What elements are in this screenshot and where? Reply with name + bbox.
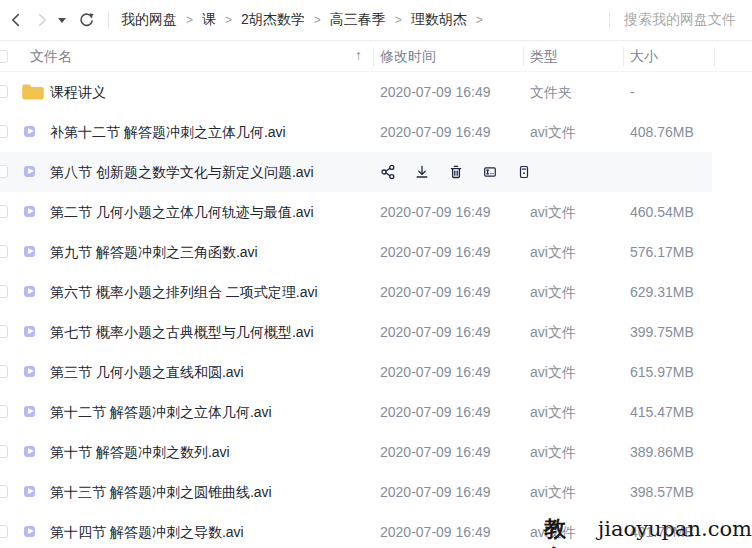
- file-type: avi文件: [530, 324, 576, 342]
- toolbar: 我的网盘>课>2胡杰数学>高三春季>理数胡杰> 搜索我的网盘文件: [0, 0, 752, 41]
- file-name[interactable]: 第九节 解答题冲刺之三角函数.avi: [50, 244, 258, 262]
- file-modified: 2020-07-09 16:49: [380, 484, 491, 500]
- delete-icon[interactable]: [448, 164, 464, 180]
- row-checkbox[interactable]: [0, 205, 8, 218]
- breadcrumb-item[interactable]: 2胡杰数学: [241, 11, 305, 29]
- file-size: 408.76MB: [630, 124, 694, 140]
- table-row[interactable]: 第八节 创新题之数学文化与新定义问题.avi: [0, 152, 712, 192]
- file-type: 文件夹: [530, 84, 572, 102]
- breadcrumb-item[interactable]: 我的网盘: [121, 11, 177, 29]
- watermark-domain: jiaoyupan.com: [598, 517, 752, 541]
- copy-icon[interactable]: [516, 164, 532, 180]
- refresh-icon[interactable]: [76, 10, 96, 30]
- file-name[interactable]: 补第十二节 解答题冲刺之立体几何.avi: [50, 124, 286, 142]
- row-checkbox[interactable]: [0, 525, 8, 538]
- file-list: 课程讲义2020-07-09 16:49文件夹-补第十二节 解答题冲刺之立体几何…: [0, 72, 752, 548]
- file-type: avi文件: [530, 244, 576, 262]
- file-size: 415.47MB: [630, 404, 694, 420]
- file-name[interactable]: 第十二节 解答题冲刺之立体几何.avi: [50, 404, 272, 422]
- breadcrumb: 我的网盘>课>2胡杰数学>高三春季>理数胡杰>: [121, 11, 492, 29]
- file-modified: 2020-07-09 16:49: [380, 244, 491, 260]
- file-type: avi文件: [530, 364, 576, 382]
- table-row[interactable]: 第七节 概率小题之古典概型与几何概型.avi2020-07-09 16:49av…: [0, 312, 712, 352]
- file-type: avi文件: [530, 204, 576, 222]
- file-size: 398.57MB: [630, 484, 694, 500]
- file-modified: 2020-07-09 16:49: [380, 124, 491, 140]
- folder-icon: [21, 82, 45, 106]
- file-name[interactable]: 第十四节 解答题冲刺之导数.avi: [50, 524, 244, 542]
- file-name[interactable]: 第三节 几何小题之直线和圆.avi: [50, 364, 244, 382]
- select-all-checkbox[interactable]: [0, 50, 8, 63]
- toolbar-divider: [108, 11, 109, 29]
- column-header-type[interactable]: 类型: [530, 48, 558, 66]
- file-name[interactable]: 第二节 几何小题之立体几何轨迹与最值.avi: [50, 204, 314, 222]
- file-name[interactable]: 第八节 创新题之数学文化与新定义问题.avi: [50, 164, 314, 182]
- breadcrumb-separator: >: [476, 13, 483, 27]
- table-header: 文件名 ↑ 修改时间 类型 大小: [0, 41, 752, 72]
- row-checkbox[interactable]: [0, 325, 8, 338]
- history-dropdown-icon[interactable]: [56, 10, 68, 30]
- breadcrumb-separator: >: [395, 13, 402, 27]
- row-checkbox[interactable]: [0, 365, 8, 378]
- file-size: 399.75MB: [630, 324, 694, 340]
- table-row[interactable]: 第十二节 解答题冲刺之立体几何.avi2020-07-09 16:49avi文件…: [0, 392, 712, 432]
- breadcrumb-item[interactable]: 理数胡杰: [411, 11, 467, 29]
- rename-icon[interactable]: [482, 164, 498, 180]
- file-modified: 2020-07-09 16:49: [380, 524, 491, 540]
- row-checkbox[interactable]: [0, 405, 8, 418]
- watermark: 教育盘 jiaoyupan.com: [544, 514, 752, 548]
- file-modified: 2020-07-09 16:49: [380, 364, 491, 380]
- watermark-brand: 教育盘: [544, 514, 589, 548]
- file-name[interactable]: 课程讲义: [50, 84, 106, 102]
- netdisk-window: 我的网盘>课>2胡杰数学>高三春季>理数胡杰> 搜索我的网盘文件 文件名 ↑ 修…: [0, 0, 752, 548]
- column-header-modified[interactable]: 修改时间: [380, 48, 436, 66]
- file-name[interactable]: 第十三节 解答题冲刺之圆锥曲线.avi: [50, 484, 272, 502]
- table-row[interactable]: 第三节 几何小题之直线和圆.avi2020-07-09 16:49avi文件61…: [0, 352, 712, 392]
- breadcrumb-separator: >: [225, 13, 232, 27]
- file-modified: 2020-07-09 16:49: [380, 324, 491, 340]
- file-size: 460.54MB: [630, 204, 694, 220]
- row-checkbox[interactable]: [0, 85, 8, 98]
- breadcrumb-item[interactable]: 高三春季: [330, 11, 386, 29]
- table-row[interactable]: 第六节 概率小题之排列组合 二项式定理.avi2020-07-09 16:49a…: [0, 272, 712, 312]
- forward-icon[interactable]: [32, 10, 52, 30]
- column-header-size[interactable]: 大小: [630, 48, 658, 66]
- file-modified: 2020-07-09 16:49: [380, 84, 491, 100]
- sort-ascending-icon[interactable]: ↑: [355, 47, 362, 63]
- file-size: 576.17MB: [630, 244, 694, 260]
- file-size: -: [630, 84, 635, 100]
- back-icon[interactable]: [6, 10, 26, 30]
- row-checkbox[interactable]: [0, 285, 8, 298]
- row-hover-actions: [380, 152, 550, 192]
- table-row[interactable]: 第九节 解答题冲刺之三角函数.avi2020-07-09 16:49avi文件5…: [0, 232, 712, 272]
- file-type: avi文件: [530, 124, 576, 142]
- table-row[interactable]: 第十节 解答题冲刺之数列.avi2020-07-09 16:49avi文件389…: [0, 432, 712, 472]
- row-checkbox[interactable]: [0, 485, 8, 498]
- row-checkbox[interactable]: [0, 445, 8, 458]
- file-modified: 2020-07-09 16:49: [380, 204, 491, 220]
- row-checkbox[interactable]: [0, 245, 8, 258]
- file-type: avi文件: [530, 444, 576, 462]
- table-row[interactable]: 第十三节 解答题冲刺之圆锥曲线.avi2020-07-09 16:49avi文件…: [0, 472, 712, 512]
- file-name[interactable]: 第六节 概率小题之排列组合 二项式定理.avi: [50, 284, 318, 302]
- breadcrumb-separator: >: [186, 13, 193, 27]
- breadcrumb-separator: >: [314, 13, 321, 27]
- table-row[interactable]: 第二节 几何小题之立体几何轨迹与最值.avi2020-07-09 16:49av…: [0, 192, 712, 232]
- breadcrumb-item[interactable]: 课: [202, 11, 216, 29]
- table-row[interactable]: 课程讲义2020-07-09 16:49文件夹-: [0, 72, 712, 112]
- file-modified: 2020-07-09 16:49: [380, 444, 491, 460]
- row-checkbox[interactable]: [0, 165, 8, 178]
- file-type: avi文件: [530, 284, 576, 302]
- file-name[interactable]: 第七节 概率小题之古典概型与几何概型.avi: [50, 324, 314, 342]
- file-modified: 2020-07-09 16:49: [380, 284, 491, 300]
- search-input[interactable]: 搜索我的网盘文件: [610, 11, 752, 29]
- column-header-filename[interactable]: 文件名: [30, 48, 72, 66]
- file-name[interactable]: 第十节 解答题冲刺之数列.avi: [50, 444, 230, 462]
- download-icon[interactable]: [414, 164, 430, 180]
- file-modified: 2020-07-09 16:49: [380, 404, 491, 420]
- file-size: 615.97MB: [630, 364, 694, 380]
- file-type: avi文件: [530, 484, 576, 502]
- share-icon[interactable]: [380, 164, 396, 180]
- row-checkbox[interactable]: [0, 125, 8, 138]
- table-row[interactable]: 补第十二节 解答题冲刺之立体几何.avi2020-07-09 16:49avi文…: [0, 112, 712, 152]
